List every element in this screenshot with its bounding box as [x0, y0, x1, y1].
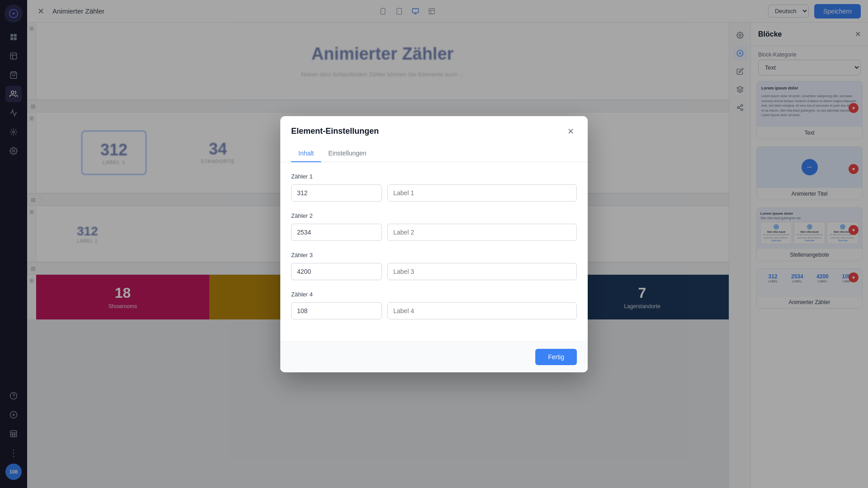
modal-footer: Fertig [280, 341, 588, 372]
counter-2-inputs [291, 224, 577, 241]
counter-3-inputs [291, 263, 577, 280]
counter-group-1-label: Zähler 1 [291, 173, 577, 180]
counter-1-inputs [291, 184, 577, 202]
counter-1-label-input[interactable] [387, 184, 577, 202]
modal-body: Zähler 1 Zähler 2 Zähler 3 [280, 162, 588, 341]
counter-4-inputs [291, 302, 577, 319]
modal-overlay[interactable]: Element-Einstellungen ✕ Inhalt Einstellu… [0, 0, 868, 488]
counter-3-value-input[interactable] [291, 263, 382, 280]
fertig-button[interactable]: Fertig [535, 349, 577, 365]
element-settings-modal: Element-Einstellungen ✕ Inhalt Einstellu… [280, 116, 588, 372]
modal-tabs: Inhalt Einstellungen [280, 145, 588, 162]
counter-group-2: Zähler 2 [291, 212, 577, 241]
modal-close-button[interactable]: ✕ [564, 125, 577, 138]
counter-3-label-input[interactable] [387, 263, 577, 280]
counter-group-2-label: Zähler 2 [291, 212, 577, 219]
counter-group-3: Zähler 3 [291, 252, 577, 280]
counter-group-1: Zähler 1 [291, 173, 577, 202]
modal-header: Element-Einstellungen ✕ [280, 116, 588, 138]
counter-1-value-input[interactable] [291, 184, 382, 202]
counter-4-value-input[interactable] [291, 302, 382, 319]
counter-4-label-input[interactable] [387, 302, 577, 319]
counter-2-label-input[interactable] [387, 224, 577, 241]
modal-title: Element-Einstellungen [291, 127, 379, 136]
counter-2-value-input[interactable] [291, 224, 382, 241]
counter-group-4-label: Zähler 4 [291, 291, 577, 298]
modal-tab-inhalt[interactable]: Inhalt [291, 145, 321, 162]
counter-group-3-label: Zähler 3 [291, 252, 577, 258]
modal-tab-einstellungen[interactable]: Einstellungen [321, 145, 373, 162]
counter-group-4: Zähler 4 [291, 291, 577, 319]
